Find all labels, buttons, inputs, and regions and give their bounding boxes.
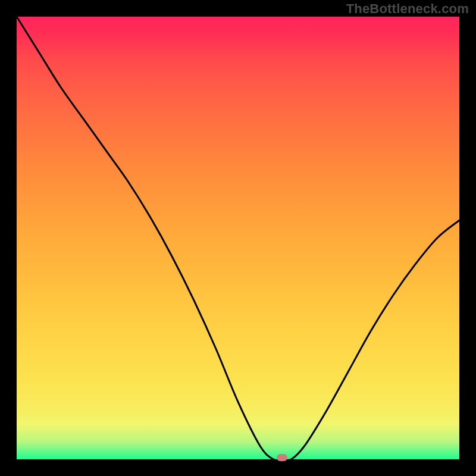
bottleneck-curve xyxy=(17,17,459,459)
bottleneck-marker xyxy=(277,454,287,461)
plot-area xyxy=(17,17,459,459)
chart-frame xyxy=(12,12,464,464)
watermark-text: TheBottleneck.com xyxy=(346,1,469,17)
